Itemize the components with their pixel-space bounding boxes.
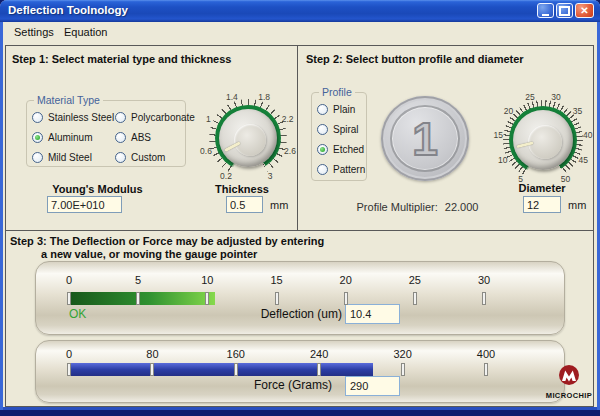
minimize-icon [542,14,549,16]
radio-stainless-steel[interactable]: Stainless Steel [32,107,114,127]
radio-label: Pattern [333,164,365,175]
radio-button-icon [317,124,328,135]
knob-scale-label: 25 [525,92,534,102]
microchip-branding: MICROCHIP [543,364,595,400]
knob-scale-label: 20 [504,106,513,116]
radio-custom[interactable]: Custom [115,147,195,167]
window-title: Deflection Toolnology [8,4,128,16]
radio-label: Spiral [333,124,359,135]
gauge-tick-mark [344,292,348,305]
button-preview-numeral: 1 [381,96,469,181]
knob-scale-label: 30 [551,92,560,102]
youngs-modulus-input[interactable] [47,196,122,213]
knob-scale-label: 1.4 [226,92,238,102]
force-bar[interactable] [67,363,373,376]
knob-scale-label: 2.6 [284,146,296,156]
maximize-icon [559,6,570,16]
menu-settings[interactable]: Settings [14,26,54,38]
radio-pattern[interactable]: Pattern [317,159,365,179]
deflection-status: OK [69,307,86,321]
profile-multiplier-label: Profile Multiplier: [357,201,438,213]
force-label: Force (Grams) [146,378,332,392]
material-type-groupbox: Material Type Stainless SteelAluminumMil… [26,100,186,167]
close-icon: ✕ [580,6,588,16]
thickness-unit: mm [270,199,288,211]
diameter-knob[interactable]: 5101520253035404550 [495,92,591,188]
step3-header-line1: Step 3: The Deflection or Force may be a… [10,235,324,247]
knob-cap [234,124,266,156]
diameter-input[interactable] [523,196,561,213]
gauge-tick-number: 15 [257,274,297,286]
material-type-label: Material Type [34,94,103,106]
gauge-tick-mark [67,363,71,376]
thickness-label: Thickness [199,183,285,195]
knob-scale-label: 45 [578,155,587,165]
gauge-tick-number: 240 [299,348,339,360]
radio-mild-steel[interactable]: Mild Steel [32,147,114,167]
radio-button-icon [115,132,126,143]
radio-button-icon [115,112,126,123]
gauge-tick-number: 320 [383,348,423,360]
radio-polycarbonate[interactable]: Polycarbonate [115,107,195,127]
step2-header: Step 2: Select button profile and diamet… [306,53,524,65]
gauge-tick-mark [205,292,209,305]
gauge-tick-number: 10 [187,274,227,286]
deflection-input[interactable] [345,304,400,324]
gauge-tick-number: 80 [132,348,172,360]
gauge-tick-number: 400 [466,348,506,360]
gauge-tick-mark [482,292,486,305]
material-column-2: PolycarbonateABSCustom [115,107,195,167]
deflection-bar[interactable] [67,292,215,305]
youngs-modulus-label: Young's Modulus [40,183,155,195]
force-input[interactable] [345,376,400,396]
deflection-label: Deflection (um) [156,307,342,321]
gauge-tick-number: 20 [326,274,366,286]
microchip-logo-icon [556,364,582,388]
gauge-tick-number: 0 [49,274,89,286]
radio-label: Etched [333,144,364,155]
knob-scale-label: 40 [583,130,592,140]
radio-button-icon [32,132,43,143]
title-bar[interactable]: Deflection Toolnology ✕ [0,0,600,22]
gauge-tick-number: 5 [118,274,158,286]
radio-abs[interactable]: ABS [115,127,195,147]
diameter-unit: mm [568,199,586,211]
menu-equation[interactable]: Equation [64,26,107,38]
gauge-tick-number: 0 [49,348,89,360]
minimize-button[interactable] [537,3,554,18]
knob-scale-label: 35 [573,106,582,116]
knob-scale-label: 0.6 [200,146,212,156]
force-gauge: Force (Grams) 080160240320400 [35,340,565,403]
radio-label: Stainless Steel [48,112,114,123]
radio-label: Plain [333,104,355,115]
knob-scale-label: 1 [206,114,211,124]
knob-scale-label: 0.2 [220,171,232,181]
microchip-wordmark: MICROCHIP [543,391,595,400]
close-button[interactable]: ✕ [575,3,594,18]
radio-button-icon [317,104,328,115]
profile-label: Profile [319,86,355,98]
gauge-tick-mark [317,363,321,376]
knob-scale-label: 3 [268,171,273,181]
gauge-tick-number: 25 [395,274,435,286]
thickness-knob[interactable]: 0.20.611.41.82.22.63 [200,90,296,186]
radio-plain[interactable]: Plain [317,99,365,119]
gauge-tick-mark [136,292,140,305]
knob-scale-label: 10 [498,155,507,165]
profile-column: PlainSpiralEtchedPattern [317,99,365,179]
profile-multiplier-value: 22.000 [445,201,479,213]
gauge-tick-mark [67,292,71,305]
maximize-button[interactable] [556,3,573,18]
thickness-input[interactable] [226,196,263,213]
radio-etched[interactable]: Etched [317,139,365,159]
gauge-tick-mark [150,363,154,376]
gauge-tick-number: 30 [464,274,504,286]
radio-label: Mild Steel [48,152,92,163]
knob-scale-label: 1.8 [258,92,270,102]
button-preview: 1 [381,96,469,181]
radio-spiral[interactable]: Spiral [317,119,365,139]
radio-aluminum[interactable]: Aluminum [32,127,114,147]
gauge-tick-mark [484,363,488,376]
profile-multiplier-row: Profile Multiplier: 22.000 [335,201,500,213]
radio-button-icon [317,164,328,175]
